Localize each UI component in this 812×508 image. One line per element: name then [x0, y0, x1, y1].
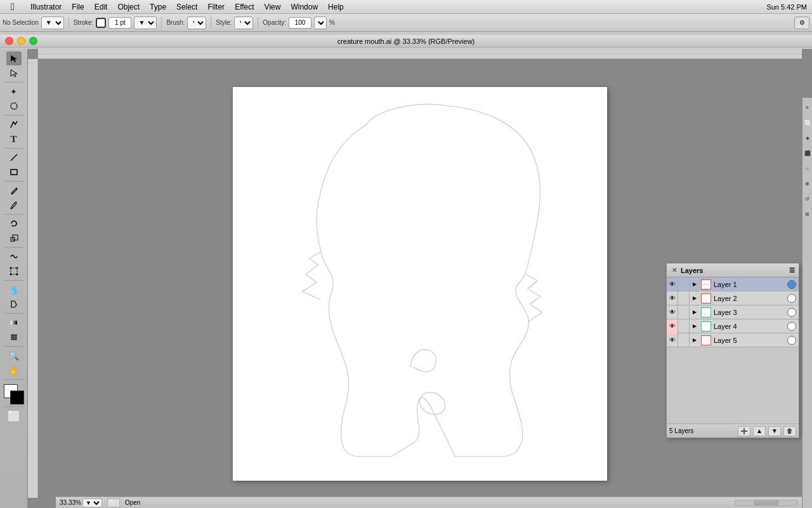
layer-row-2[interactable]: 👁 ▶ Layer 2: [667, 291, 799, 305]
layer-1-lock[interactable]: [678, 277, 690, 291]
eyedropper-tool[interactable]: 💧: [6, 283, 22, 297]
layer-3-eye[interactable]: 👁: [667, 305, 678, 319]
layers-close-btn[interactable]: ✕: [671, 267, 678, 274]
layer-1-dot[interactable]: [787, 280, 796, 289]
scroll-indicator[interactable]: [735, 500, 798, 506]
menu-object[interactable]: Object: [112, 0, 145, 14]
type-tool[interactable]: T: [6, 132, 22, 146]
screen-mode-btn[interactable]: ⬜: [6, 409, 22, 423]
layer-4-lock[interactable]: [678, 319, 690, 333]
menu-filter[interactable]: Filter: [202, 0, 230, 14]
mesh-tool[interactable]: [6, 330, 22, 344]
opacity-input[interactable]: [289, 17, 311, 29]
layers-menu-btn[interactable]: ☰: [789, 267, 795, 274]
style-select[interactable]: ▼: [234, 17, 253, 29]
right-icon-6[interactable]: ⊕: [803, 177, 812, 190]
layer-4-expand[interactable]: ▶: [690, 323, 700, 329]
right-icon-3[interactable]: ◈: [803, 131, 812, 145]
layer-5-eye[interactable]: 👁: [667, 333, 678, 347]
brush-tool[interactable]: [6, 198, 22, 212]
stroke-value-input[interactable]: [108, 17, 131, 29]
layers-delete-btn[interactable]: 🗑: [783, 426, 796, 436]
warp-tool[interactable]: [6, 250, 22, 264]
opacity-arrow[interactable]: ▼: [314, 17, 327, 29]
menu-effect[interactable]: Effect: [230, 0, 259, 14]
brush-select[interactable]: ▼: [187, 17, 206, 29]
layer-row-1[interactable]: 👁 ▶ Layer 1: [667, 277, 799, 291]
tool-sep-6: [4, 247, 23, 248]
minimize-button[interactable]: [17, 37, 25, 45]
select-tool[interactable]: [6, 51, 22, 65]
menu-type[interactable]: Type: [145, 0, 171, 14]
layer-row-5[interactable]: 👁 ▶ Layer 5: [667, 333, 799, 347]
layer-2-dot[interactable]: [787, 294, 796, 303]
maximize-button[interactable]: [29, 37, 37, 45]
menu-window[interactable]: Window: [285, 0, 323, 14]
stroke-unit-select[interactable]: ▼: [134, 17, 157, 29]
right-icon-2[interactable]: ⬜: [803, 116, 812, 130]
layer-1-name: Layer 1: [712, 281, 787, 288]
layer-1-eye[interactable]: 👁: [667, 277, 678, 291]
svg-point-9: [10, 267, 11, 269]
layer-row-4[interactable]: 👁 ▶ Layer 4: [667, 319, 799, 333]
line-tool[interactable]: [6, 150, 22, 164]
svg-marker-5: [11, 225, 14, 227]
right-icon-5[interactable]: ○: [803, 161, 812, 175]
hand-tool[interactable]: ✋: [6, 363, 22, 377]
layer-5-lock[interactable]: [678, 333, 690, 347]
free-transform-tool[interactable]: [6, 264, 22, 278]
menu-select[interactable]: Select: [171, 0, 202, 14]
magic-wand-tool[interactable]: ✦: [6, 84, 22, 98]
paint-bucket-tool[interactable]: [6, 297, 22, 311]
menu-help[interactable]: Help: [323, 0, 349, 14]
right-icon-8[interactable]: ⊞: [803, 207, 812, 221]
layer-3-dot[interactable]: [787, 308, 796, 317]
layers-move-down-btn[interactable]: ▼: [768, 426, 781, 436]
zoom-tool[interactable]: 🔍: [6, 349, 22, 363]
apple-menu[interactable]: : [0, 1, 25, 13]
layer-2-expand[interactable]: ▶: [690, 295, 700, 301]
artboard-toggle[interactable]: ⬜: [107, 498, 120, 507]
selection-select[interactable]: ▼: [41, 17, 64, 29]
rect-tool[interactable]: [6, 165, 22, 179]
menu-illustrator[interactable]: Illustrator: [25, 0, 67, 14]
zoom-select[interactable]: ▼: [82, 498, 102, 507]
layer-3-lock[interactable]: [678, 305, 690, 319]
right-icon-4[interactable]: ⬛: [803, 146, 812, 160]
pencil-tool[interactable]: [6, 184, 22, 197]
layer-1-expand[interactable]: ▶: [690, 281, 700, 287]
menu-edit[interactable]: Edit: [89, 0, 113, 14]
extra-btn[interactable]: ⚙: [794, 17, 809, 29]
close-button[interactable]: [5, 37, 13, 45]
menu-file[interactable]: File: [67, 0, 89, 14]
layer-5-expand[interactable]: ▶: [690, 337, 700, 343]
artboard[interactable]: [233, 87, 607, 481]
rotate-tool[interactable]: [6, 217, 22, 231]
layer-2-eye[interactable]: 👁: [667, 291, 678, 305]
layers-move-up-btn[interactable]: ▲: [753, 426, 766, 436]
svg-rect-13: [11, 321, 17, 324]
layer-5-dot[interactable]: [787, 336, 796, 345]
layer-4-dot[interactable]: [787, 322, 796, 331]
right-icon-7[interactable]: ↺: [803, 192, 812, 206]
svg-rect-8: [11, 268, 17, 274]
stroke-color[interactable]: [10, 391, 24, 404]
layer-4-eye[interactable]: 👁: [667, 319, 678, 333]
layer-2-thumb: [701, 293, 711, 304]
tool-sep-4: [4, 181, 23, 182]
menu-view[interactable]: View: [259, 0, 286, 14]
pen-tool[interactable]: [6, 117, 22, 131]
layer-row-3[interactable]: 👁 ▶ Layer 3: [667, 305, 799, 319]
direct-select-tool[interactable]: [6, 66, 22, 80]
layers-add-layer-btn[interactable]: [738, 426, 750, 436]
color-boxes[interactable]: [4, 384, 24, 404]
zoom-control[interactable]: 33.33% ▼: [60, 498, 102, 507]
layer-3-expand[interactable]: ▶: [690, 309, 700, 315]
stroke-color-btn[interactable]: [96, 18, 106, 28]
right-icon-1[interactable]: ≡: [803, 100, 812, 114]
layer-3-thumb: [701, 307, 711, 318]
gradient-tool[interactable]: [6, 316, 22, 330]
lasso-tool[interactable]: [6, 99, 22, 113]
scale-tool[interactable]: [6, 231, 22, 245]
layer-2-lock[interactable]: [678, 291, 690, 305]
